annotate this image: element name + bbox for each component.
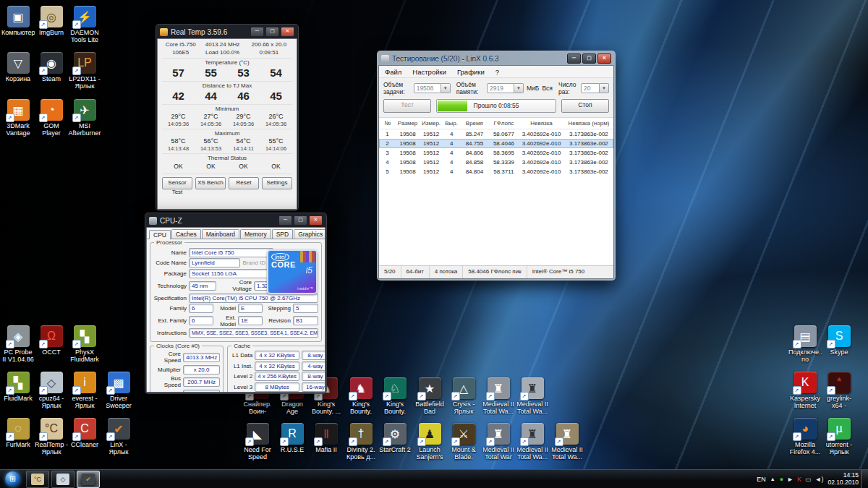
desktop-icon-furmark[interactable]: ◌↗FurMark	[1, 418, 35, 448]
settings-button[interactable]: Settings	[262, 177, 292, 189]
desktop-icon-linx[interactable]: ✔↗LinX - Ярлык	[102, 418, 135, 455]
desktop-icon-msi-afterburner[interactable]: ✈↗MSI Afterburner	[68, 99, 101, 137]
menu-graphs[interactable]: Графики	[457, 68, 485, 76]
stop-button[interactable]: Стоп	[561, 99, 609, 113]
desktop-icon-lp2dx11[interactable]: LP↗LP2DX11 - Ярлык	[68, 52, 101, 90]
tab-caches[interactable]: Caches	[171, 229, 201, 239]
column-header[interactable]: Время	[460, 118, 488, 129]
desktop-icon-crysis[interactable]: △↗Crysis - Ярлык	[447, 377, 480, 415]
desktop-icon-steam[interactable]: ◉↗Steam	[35, 52, 68, 82]
tab-graphics[interactable]: Graphics	[294, 229, 326, 239]
desktop-icon-medieval2-b[interactable]: ♜↗Medieval II Total Wa...	[516, 377, 549, 415]
desktop-icon-medieval2-e[interactable]: ♜↗Medieval II Total Wa...	[550, 423, 584, 461]
desktop-icon-medieval2-a[interactable]: ♜↗Medieval II Total Wa...	[482, 377, 515, 415]
desktop-icon-medieval2-d[interactable]: ♜↗Medieval II Total Wa...	[516, 423, 549, 461]
column-header[interactable]: №	[379, 118, 396, 129]
runs-select[interactable]: 20▼	[581, 83, 609, 93]
column-header[interactable]: ГФлопс	[488, 118, 519, 129]
desktop-icon-mafia2[interactable]: Ⅱ↗Mafia II	[310, 423, 343, 453]
maximize-button[interactable]: ▢	[582, 53, 596, 64]
test-button[interactable]: Тест	[383, 99, 431, 113]
tab-spd[interactable]: SPD	[272, 229, 293, 239]
pointer-tray-icon[interactable]: ►	[787, 476, 793, 483]
desktop-icon-divinity2[interactable]: †↗Divinity 2. Кровь д...	[344, 423, 378, 461]
hidden-icons-button[interactable]: ▲	[770, 476, 775, 483]
display-tray-icon[interactable]: ▭	[805, 476, 812, 483]
desktop-icon-greylink[interactable]: *↗greylink-x64 - Ярлык	[822, 372, 856, 410]
xs-bench-button[interactable]: XS Bench	[195, 177, 226, 189]
kaspersky-tray-icon[interactable]: K	[797, 476, 801, 483]
menu-help[interactable]: ?	[495, 68, 499, 76]
show-desktop-button[interactable]	[861, 470, 868, 488]
tab-memory[interactable]: Memory	[240, 229, 271, 239]
desktop-icon-battlefield-bc[interactable]: ★↗Battlefield Bad Comp...	[413, 377, 446, 416]
desktop-icon-network[interactable]: ▤↗Подключе... по локальн...	[788, 325, 822, 364]
desktop-icon-realtemp[interactable]: °C↗RealTemp - Ярлык	[35, 418, 68, 455]
cpuz-titlebar[interactable]: CPU-Z ─ ▢ ✕	[146, 214, 326, 227]
desktop-icon-kaspersky[interactable]: K↗Kaspersky Internet Se...	[788, 372, 822, 410]
reset-button[interactable]: Reset	[229, 177, 259, 189]
desktop-icon-ccleaner[interactable]: C↗CCleaner	[68, 418, 101, 448]
minimize-button[interactable]: ─	[250, 27, 264, 37]
table-row[interactable]: 51950819512484.80458.37113.402692e-0103.…	[379, 167, 613, 176]
table-row[interactable]: 21950819512484.75558.40463.402692e-0103.…	[379, 139, 613, 148]
column-header[interactable]: Измер.	[420, 118, 443, 129]
minimize-button[interactable]: ─	[278, 215, 292, 226]
desktop-icon-recycle-bin[interactable]: ▽Корзина	[1, 52, 35, 82]
minimize-button[interactable]: ─	[567, 53, 581, 64]
clock[interactable]: 14:15 02.10.2010	[827, 472, 859, 486]
maximize-button[interactable]: ▢	[265, 27, 279, 37]
taskbar-button-linx[interactable]: ✔	[77, 471, 100, 488]
desktop-icon-starcraft2[interactable]: ⚙↗StarCraft 2	[378, 423, 412, 453]
desktop-icon-ruse[interactable]: R↗R.U.S.E	[276, 423, 309, 453]
taskbar-button-cpuz[interactable]: ◇	[51, 471, 75, 488]
tab-mainboard[interactable]: Mainboard	[202, 229, 239, 239]
desktop-icon-pc-probe[interactable]: ◈↗PC Probe II V1.04.86	[1, 325, 35, 363]
desktop-icon-launch-sanjern[interactable]: ♟↗Launch Sanjern's C...	[413, 423, 446, 461]
close-button[interactable]: ✕	[597, 53, 611, 64]
desktop-icon-gom-player[interactable]: ◔↗GOM Player	[35, 99, 68, 137]
desktop-icon-kings-bounty-2[interactable]: ♞↗King's Bounty. Пр...	[344, 377, 378, 416]
column-header[interactable]: Размер	[396, 118, 420, 129]
tab-cpu[interactable]: CPU	[149, 230, 171, 239]
desktop-icon-skype[interactable]: S↗Skype	[822, 325, 856, 356]
desktop-icon-mount-blade[interactable]: ⚔↗Mount & Blade. Эпо...	[447, 423, 480, 461]
table-row[interactable]: 41950819512484.85858.33393.402692e-0103.…	[379, 158, 613, 167]
desktop-icon-computer[interactable]: ▣Компьютер	[1, 6, 35, 36]
table-row[interactable]: 31950819512484.80658.36953.402692e-0103.…	[379, 148, 613, 158]
green-utility-tray-icon[interactable]: ●	[780, 476, 783, 483]
table-row[interactable]: 11950819512485.24758.06773.402692e-0103.…	[379, 129, 613, 139]
sensor-test-button[interactable]: Sensor Test	[162, 177, 192, 189]
realtemp-titlebar[interactable]: Real Temp 3.59.6 ─ ▢ ✕	[157, 25, 297, 38]
desktop-icon-cpuz64[interactable]: ◇↗cpuz64 - Ярлык	[35, 372, 68, 409]
desktop-icon-occt[interactable]: Ω↗OCCT	[35, 325, 68, 356]
column-header[interactable]: Невязка (норм)	[564, 118, 613, 129]
start-button[interactable]: ⊞	[5, 471, 20, 487]
volume-tray-icon[interactable]: ◄)	[815, 476, 824, 483]
close-button[interactable]: ✕	[281, 27, 294, 37]
column-header[interactable]: Невязка	[519, 118, 563, 129]
linx-titlebar[interactable]: Тестирование (5/20) - LinX 0.6.3 ─ ▢ ✕	[378, 52, 614, 65]
desktop-icon-imgburn[interactable]: ◎↗ImgBurn	[35, 6, 68, 36]
desktop-icon-3dmark-vantage[interactable]: ▦↗3DMark Vantage	[1, 99, 35, 137]
desktop-icon-utorrent[interactable]: µ↗utorrent - Ярлык	[822, 418, 856, 455]
maximize-button[interactable]: ▢	[294, 215, 307, 226]
task-size-select[interactable]: 19508▼	[414, 83, 451, 93]
desktop-icon-daemon-tools[interactable]: ⚡↗DAEMON Tools Lite	[68, 6, 101, 43]
desktop-icon-medieval2-c[interactable]: ♜↗Medieval II Total War	[482, 423, 515, 461]
desktop-icon-everest[interactable]: i↗everest - Ярлык	[68, 372, 101, 409]
menu-settings[interactable]: Настройки	[412, 68, 446, 76]
language-indicator[interactable]: EN	[757, 476, 766, 483]
memory-size-select[interactable]: 2919▼	[487, 83, 524, 93]
taskbar-button-realtemp[interactable]: °C	[26, 471, 49, 488]
desktop-icon-driver-sweeper[interactable]: ▩↗Driver Sweeper	[102, 372, 135, 409]
desktop-icon-physx-fluidmark[interactable]: ▚↗PhysX FluidMark	[68, 325, 101, 363]
desktop-icon-fluidmark[interactable]: ▚↗FluidMark	[1, 372, 35, 402]
close-button[interactable]: ✕	[309, 215, 323, 226]
desktop-icon-firefox[interactable]: ◕↗Mozilla Firefox 4...	[788, 418, 822, 455]
all-memory-button[interactable]: Вся	[542, 85, 553, 92]
desktop-icon-kings-bounty-3[interactable]: ♘↗King's Bounty. Пе...	[378, 377, 412, 416]
menu-file[interactable]: Файл	[385, 68, 401, 76]
desktop-icon-nfs-world[interactable]: ◣↗Need For Speed World	[241, 423, 274, 461]
column-header[interactable]: Выр.	[443, 118, 460, 129]
